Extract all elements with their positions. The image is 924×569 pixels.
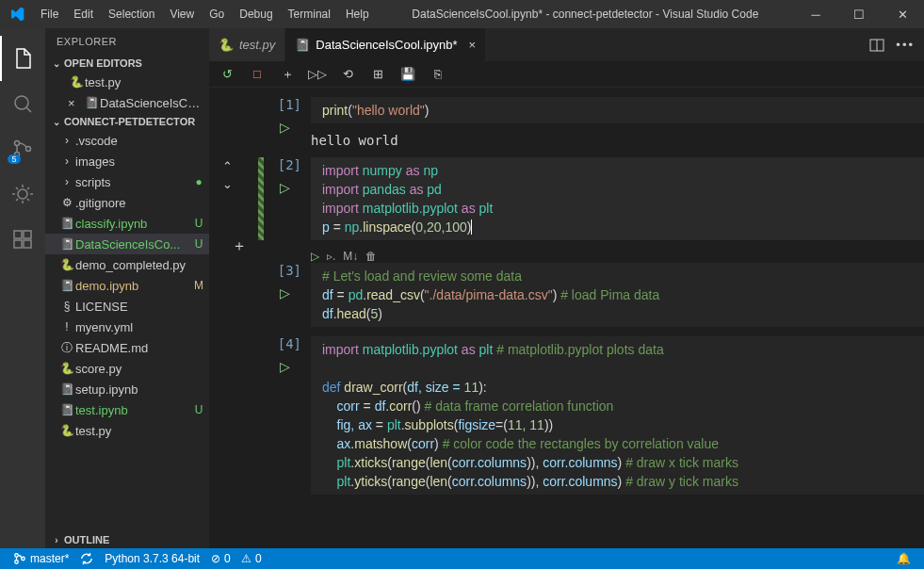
- code-editor[interactable]: # Let's load and review some data df = p…: [311, 263, 924, 327]
- notebook-cell[interactable]: [4] import matplotlib.pyplot as plt # ma…: [209, 336, 924, 495]
- activitybar: 5: [0, 28, 45, 548]
- token-cmt: # draw y tick marks: [625, 474, 738, 489]
- tree-label: score.py: [75, 362, 205, 376]
- menu-go[interactable]: Go: [202, 0, 232, 28]
- notebook-cell[interactable]: [1] print("hello world") ▷: [209, 97, 924, 123]
- token-var: df: [322, 287, 333, 302]
- open-editor-item[interactable]: ×📓DataScienceIsCoo...: [45, 92, 209, 113]
- run-cell-icon[interactable]: ▷: [280, 120, 290, 135]
- more-icon[interactable]: •••: [896, 38, 915, 52]
- svg-rect-6: [14, 240, 22, 248]
- status-problems[interactable]: ⊘0 ⚠0: [205, 548, 267, 569]
- tree-file[interactable]: §LICENSE: [45, 296, 209, 317]
- notebook-cell[interactable]: [3] # Let's load and review some data df…: [209, 263, 924, 327]
- notebook-cell[interactable]: ⌃ ⌄ [2] import numpy as np import pandas…: [209, 157, 924, 240]
- run-cell-icon[interactable]: ▷: [280, 285, 290, 301]
- status-notifications-icon[interactable]: 🔔: [891, 552, 916, 565]
- section-outline[interactable]: ›OUTLINE: [45, 531, 209, 548]
- chevron-down-icon[interactable]: ⌄: [222, 177, 233, 191]
- close-icon[interactable]: ✕: [881, 0, 924, 28]
- status-python[interactable]: Python 3.7.3 64-bit: [99, 548, 205, 569]
- activity-extensions-icon[interactable]: [0, 217, 45, 262]
- status-sync[interactable]: [74, 548, 99, 569]
- markdown-icon[interactable]: M↓: [343, 250, 358, 263]
- svg-point-10: [15, 554, 19, 558]
- sidebar: EXPLORER ⌄OPEN EDITORS 🐍test.py ×📓DataSc…: [45, 28, 209, 548]
- tree-file[interactable]: 📓demo.ipynbM: [45, 275, 209, 296]
- maximize-icon[interactable]: ☐: [837, 0, 881, 28]
- export-icon[interactable]: ⎘: [430, 66, 446, 83]
- token-fn: range: [392, 474, 426, 489]
- close-editor-icon[interactable]: ×: [68, 96, 83, 110]
- activity-explorer-icon[interactable]: [0, 36, 45, 81]
- tree-folder[interactable]: ›images: [45, 151, 209, 171]
- activity-debug-icon[interactable]: [0, 171, 45, 217]
- add-cell-below-icon[interactable]: ＋: [232, 236, 247, 256]
- menu-debug[interactable]: Debug: [232, 0, 280, 28]
- token-kw: import: [322, 163, 359, 178]
- tree-label: .gitignore: [75, 196, 205, 210]
- python-icon: 🐍: [58, 424, 75, 437]
- code-editor[interactable]: import matplotlib.pyplot as plt # matplo…: [311, 336, 924, 495]
- tree-folder[interactable]: ›.vscode: [45, 130, 209, 151]
- run-all-icon[interactable]: ▷▷: [309, 66, 326, 83]
- token-fn: linspace: [363, 219, 411, 235]
- menu-selection[interactable]: Selection: [101, 0, 162, 28]
- tree-label: DataScienceIsCo...: [75, 237, 192, 252]
- token-kw: import: [322, 342, 359, 357]
- tree-file[interactable]: 🐍score.py: [45, 358, 209, 379]
- notebook-toolbar: ↺ □ ＋ ▷▷ ⟲ ⊞ 💾 ⎘: [209, 61, 924, 88]
- status-branch[interactable]: master*: [8, 548, 74, 569]
- menu-file[interactable]: File: [33, 0, 66, 28]
- run-cell-icon[interactable]: ▷: [280, 180, 290, 195]
- notebook-icon: 📓: [83, 96, 100, 109]
- code-editor[interactable]: import numpy as np import pandas as pd i…: [311, 157, 924, 240]
- chevron-up-icon[interactable]: ⌃: [222, 159, 233, 173]
- cell-output: hello world: [311, 133, 924, 148]
- tree-folder[interactable]: ›scripts●: [45, 171, 209, 192]
- section-project[interactable]: ⌄CONNECT-PETDETECTOR: [45, 113, 209, 130]
- token-var: p: [322, 219, 330, 235]
- close-tab-icon[interactable]: ×: [469, 38, 477, 52]
- open-editor-item[interactable]: 🐍test.py: [45, 72, 209, 92]
- variables-icon[interactable]: ⊞: [369, 66, 386, 83]
- tree-file[interactable]: 🐍demo_completed.py: [45, 254, 209, 275]
- save-icon[interactable]: 💾: [399, 66, 416, 83]
- code-editor[interactable]: print("hello world"): [311, 97, 924, 123]
- tree-file[interactable]: 📓classify.ipynbU: [45, 213, 209, 234]
- split-editor-icon[interactable]: [869, 38, 884, 53]
- run-cell-icon[interactable]: ▷: [311, 250, 319, 263]
- menu-edit[interactable]: Edit: [66, 0, 101, 28]
- token-num: 11, 11: [508, 417, 544, 432]
- menu-help[interactable]: Help: [338, 0, 377, 28]
- token-kw: import: [322, 182, 359, 197]
- undo-icon[interactable]: ↺: [219, 66, 235, 83]
- svg-rect-7: [24, 240, 31, 248]
- python-icon: 🐍: [58, 258, 75, 271]
- cell-actions: ▷ ▹. M↓ 🗑: [311, 250, 924, 263]
- notebook-body[interactable]: [1] print("hello world") ▷ hello world ⌃…: [209, 88, 924, 548]
- token-mod: pd: [427, 182, 442, 197]
- add-cell-icon[interactable]: ＋: [279, 66, 296, 83]
- run-by-line-icon[interactable]: ▹.: [327, 250, 335, 263]
- activity-search-icon[interactable]: [0, 81, 45, 126]
- tree-file[interactable]: 🐍test.py: [45, 420, 209, 441]
- tab-testpy[interactable]: 🐍test.py: [209, 28, 285, 61]
- delete-cell-icon[interactable]: 🗑: [365, 250, 377, 263]
- menu-view[interactable]: View: [162, 0, 202, 28]
- tree-file[interactable]: ⚙.gitignore: [45, 192, 209, 213]
- section-open-editors[interactable]: ⌄OPEN EDITORS: [45, 55, 209, 72]
- status-letter: U: [192, 237, 205, 251]
- tree-file[interactable]: !myenv.yml: [45, 317, 209, 337]
- minimize-icon[interactable]: ─: [794, 0, 837, 28]
- run-cell-icon[interactable]: ▷: [280, 359, 290, 374]
- tab-notebook[interactable]: 📓DataScienceIsCool.ipynb*×: [285, 28, 486, 61]
- activity-scm-icon[interactable]: 5: [0, 126, 45, 171]
- tree-file[interactable]: 📓DataScienceIsCo...U: [45, 234, 209, 254]
- tree-file[interactable]: 📓setup.ipynb: [45, 379, 209, 399]
- interrupt-icon[interactable]: □: [249, 66, 266, 83]
- tree-file[interactable]: ⓘREADME.md: [45, 337, 209, 358]
- tree-file[interactable]: 📓test.ipynbU: [45, 399, 209, 420]
- menu-terminal[interactable]: Terminal: [281, 0, 338, 28]
- restart-icon[interactable]: ⟲: [339, 66, 356, 83]
